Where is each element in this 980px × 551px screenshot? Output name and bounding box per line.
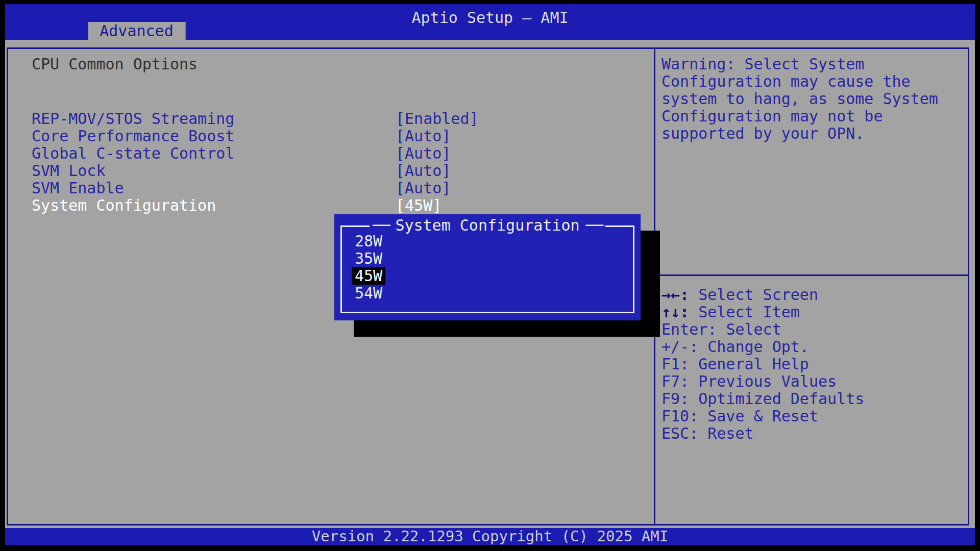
help-key-description: Select Item: [698, 303, 800, 321]
help-key-row: F10:Save & Reset: [662, 408, 968, 425]
option-label: SVM Enable: [32, 180, 124, 197]
help-key-row: +/-:Change Opt.: [662, 338, 968, 356]
popup-option[interactable]: 35W: [355, 250, 385, 267]
warning-line: Warning: Select System: [662, 56, 968, 73]
option-value: [45W]: [396, 197, 442, 214]
popup-option[interactable]: 28W: [355, 233, 385, 250]
option-value: [Enabled]: [396, 110, 479, 128]
footer-bar: Version 2.22.1293 Copyright (C) 2025 AMI: [5, 528, 975, 545]
warning-line: system to hang, as some System: [662, 90, 968, 108]
help-key-description: Change Opt.: [707, 338, 809, 356]
help-key-row: F9:Optimized Defaults: [662, 390, 968, 408]
help-key-description: Reset: [707, 424, 753, 442]
help-key: F7:: [662, 373, 689, 390]
help-key: F9:: [662, 390, 689, 408]
help-key-description: Save & Reset: [707, 407, 818, 425]
option-value: [Auto]: [396, 180, 451, 197]
title-dash-left: ──: [370, 216, 392, 234]
option-value: [Auto]: [396, 145, 451, 162]
option-label: Core Performance Boost: [32, 128, 234, 145]
help-warning-text: Warning: Select System Configuration may…: [662, 56, 968, 142]
help-key: ↑↓:: [662, 304, 689, 321]
option-value: [Auto]: [396, 162, 451, 180]
help-key-row: Enter:Select: [662, 321, 968, 338]
tab-advanced[interactable]: Advanced: [88, 22, 186, 40]
help-key: Enter:: [662, 321, 717, 338]
help-key-description: General Help: [698, 355, 809, 373]
help-key-description: Select Screen: [698, 286, 818, 304]
help-key-row: ↑↓:Select Item: [662, 304, 968, 321]
option-value: [Auto]: [396, 128, 451, 145]
popup-options-list: 28W 35W 45W 54W: [355, 233, 385, 302]
option-label: REP-MOV/STOS Streaming: [32, 110, 234, 128]
help-key: →←:: [662, 286, 689, 304]
option-row[interactable]: SVM Lock [Auto]: [32, 162, 634, 180]
bios-screen: Aptio Setup – AMI Advanced CPU Common Op…: [0, 0, 980, 551]
popup-option[interactable]: 54W: [355, 285, 385, 302]
warning-line: supported by your OPN.: [662, 125, 968, 142]
help-panel-divider: [654, 274, 969, 276]
help-key: F1:: [662, 356, 689, 373]
help-key: ESC:: [662, 425, 698, 442]
option-row[interactable]: Global C-state Control [Auto]: [32, 145, 634, 162]
warning-line: Configuration may cause the: [662, 73, 968, 90]
help-key-description: Select: [726, 320, 781, 338]
help-key-description: Optimized Defaults: [698, 390, 864, 408]
help-key-row: →←:Select Screen: [662, 286, 968, 304]
footer-version: Version 2.22.1293 Copyright (C) 2025 AMI: [5, 528, 975, 545]
help-key-row: F1:General Help: [662, 356, 968, 373]
section-title: CPU Common Options: [32, 56, 198, 73]
option-label: Global C-state Control: [32, 145, 234, 162]
help-key: +/-:: [662, 338, 698, 356]
help-key-description: Previous Values: [698, 372, 837, 390]
system-configuration-popup: ──System Configuration── 28W 35W 45W 54W: [334, 214, 641, 320]
option-row[interactable]: REP-MOV/STOS Streaming [Enabled]: [32, 110, 634, 128]
help-keys-legend: →←:Select Screen ↑↓:Select Item Enter:Se…: [662, 286, 968, 442]
option-row[interactable]: System Configuration [45W]: [32, 197, 634, 214]
option-label: System Configuration: [32, 197, 216, 214]
help-key-row: F7:Previous Values: [662, 373, 968, 390]
option-row[interactable]: Core Performance Boost [Auto]: [32, 128, 634, 145]
option-row[interactable]: SVM Enable [Auto]: [32, 180, 634, 197]
popup-option[interactable]: 45W: [355, 267, 385, 285]
option-label: SVM Lock: [32, 162, 106, 180]
options-list: REP-MOV/STOS Streaming [Enabled] Core Pe…: [32, 110, 634, 214]
warning-line: Configuration may not be: [662, 108, 968, 125]
title-dash-right: ──: [583, 216, 605, 234]
help-key-row: ESC:Reset: [662, 425, 968, 442]
help-key: F10:: [662, 408, 698, 425]
popup-title: ──System Configuration──: [334, 217, 641, 234]
